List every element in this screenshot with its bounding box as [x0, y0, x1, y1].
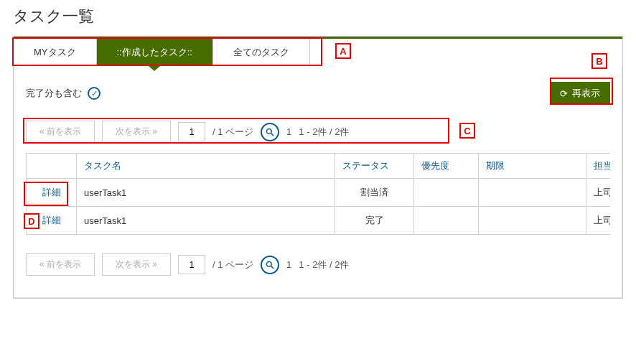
pager-page-input[interactable] [178, 255, 205, 274]
annotation-label-d: D [24, 213, 39, 229]
page-title: タスク一覧 [0, 0, 636, 36]
search-icon [266, 261, 274, 269]
search-icon [266, 128, 274, 136]
col-task-name[interactable]: タスク名 [77, 154, 335, 179]
refresh-label: 再表示 [572, 87, 600, 100]
detail-link[interactable]: 詳細 [42, 187, 61, 197]
pager-count-page: 1 [286, 126, 291, 137]
table-row: 詳細 userTask1 完了 上司 [27, 207, 611, 235]
check-icon: ✓ [88, 87, 100, 100]
annotation-label-c: C [459, 123, 475, 139]
pager-page-total: / 1 ページ [212, 258, 253, 271]
table-scroll: タスク名 ステータス 優先度 期限 担当 詳細 userTask1 割当済 [26, 153, 610, 235]
annotation-label-a: A [335, 43, 351, 59]
cell-priority [414, 179, 479, 207]
pager-next-button[interactable]: 次を表示 » [102, 253, 171, 276]
cell-priority [414, 207, 479, 235]
cell-due [479, 179, 586, 207]
col-assignee[interactable]: 担当 [586, 154, 611, 179]
annotation-label-b: B [591, 53, 607, 69]
svg-line-3 [271, 266, 274, 269]
task-table: タスク名 ステータス 優先度 期限 担当 詳細 userTask1 割当済 [26, 153, 610, 235]
pager-page-input[interactable] [178, 122, 205, 141]
tab-my-tasks[interactable]: MYタスク [14, 39, 97, 66]
filter-row: 完了分も含む ✓ ⟳ 再表示 B [26, 82, 610, 105]
cell-due [479, 207, 586, 235]
pager-go-button[interactable] [261, 123, 279, 141]
table-row: 詳細 userTask1 割当済 上司 [27, 179, 611, 207]
pager-count-range: 1 - 2件 / 2件 [299, 126, 349, 139]
pager-next-button[interactable]: 次を表示 » [102, 121, 171, 143]
svg-point-2 [267, 261, 272, 266]
tab-bar: MYタスク ::作成したタスク:: 全てのタスク A [14, 39, 622, 66]
pager-prev-button[interactable]: « 前を表示 [26, 253, 95, 276]
tab-created-tasks[interactable]: ::作成したタスク:: [97, 39, 213, 66]
cell-task-name: userTask1 [77, 207, 335, 235]
table-header-row: タスク名 ステータス 優先度 期限 担当 [27, 154, 611, 179]
col-status[interactable]: ステータス [335, 154, 414, 179]
pager-count-page: 1 [286, 259, 291, 270]
tab-all-tasks[interactable]: 全てのタスク [213, 39, 310, 66]
pager-top: « 前を表示 次を表示 » / 1 ページ 1 1 - 2件 / 2件 C [26, 121, 610, 143]
refresh-button[interactable]: ⟳ 再表示 [550, 82, 610, 105]
pager-prev-button[interactable]: « 前を表示 [26, 121, 95, 143]
cell-assignee: 上司 [586, 179, 611, 207]
col-detail [27, 154, 77, 179]
detail-link[interactable]: 詳細 [42, 215, 61, 225]
refresh-icon: ⟳ [560, 88, 568, 99]
pager-page-total: / 1 ページ [212, 126, 253, 139]
cell-task-name: userTask1 [77, 179, 335, 207]
pager-count-range: 1 - 2件 / 2件 [299, 258, 349, 271]
cell-status: 割当済 [335, 179, 414, 207]
horizontal-scrollbar[interactable] [26, 235, 610, 246]
svg-point-0 [267, 129, 272, 134]
content-area: 完了分も含む ✓ ⟳ 再表示 B « 前を表示 次を表示 » / 1 ページ 1… [14, 66, 622, 298]
svg-line-1 [271, 133, 274, 136]
col-due[interactable]: 期限 [479, 154, 586, 179]
col-priority[interactable]: 優先度 [414, 154, 479, 179]
pager-bottom: « 前を表示 次を表示 » / 1 ページ 1 1 - 2件 / 2件 [26, 246, 610, 279]
include-completed-label: 完了分も含む [26, 87, 82, 100]
main-panel: MYタスク ::作成したタスク:: 全てのタスク A 完了分も含む ✓ ⟳ 再表… [13, 36, 623, 299]
include-completed-checkbox[interactable]: 完了分も含む ✓ [26, 87, 100, 100]
cell-assignee: 上司 [586, 207, 611, 235]
pager-go-button[interactable] [261, 256, 279, 274]
cell-status: 完了 [335, 207, 414, 235]
